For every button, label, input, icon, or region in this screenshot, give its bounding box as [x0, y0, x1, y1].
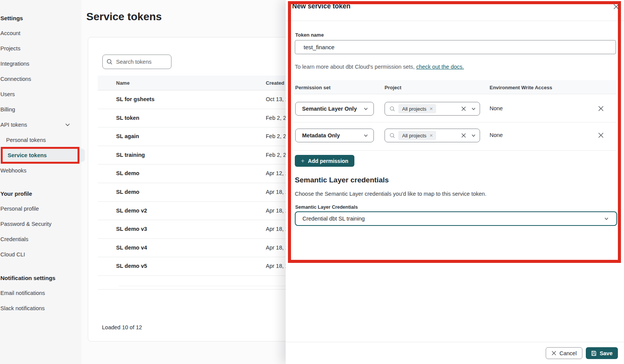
permission-set-select[interactable]: Metadata Only [295, 129, 374, 142]
cancel-button[interactable]: Cancel [546, 347, 582, 359]
environment-write-access-value: None [490, 105, 503, 111]
sidebar-item-users[interactable]: Users [0, 87, 81, 102]
add-permission-button[interactable]: + Add permission [295, 155, 354, 167]
settings-sidebar: Settings Account Projects Integrations C… [0, 0, 81, 364]
chevron-down-icon [65, 122, 70, 127]
column-header-project: Project [385, 85, 401, 90]
column-header-environment-write-access: Environment Write Access [490, 85, 552, 90]
drawer-header: New service token [286, 0, 624, 21]
sidebar-item-billing[interactable]: Billing [0, 102, 81, 117]
sidebar-item-email-notifications[interactable]: Email notifications [0, 285, 81, 301]
sidebar-item-webhooks[interactable]: Webhooks [0, 163, 81, 178]
permission-set-select[interactable]: Semantic Layer Only [295, 102, 374, 116]
sidebar-heading-notification-settings: Notification settings [0, 270, 81, 285]
sidebar-item-projects[interactable]: Projects [0, 41, 81, 56]
column-header-permission-set: Permission set [295, 85, 331, 90]
sidebar-item-cloud-cli[interactable]: Cloud CLI [0, 247, 81, 262]
chip-remove-icon[interactable]: ✕ [430, 133, 433, 138]
credentials-label: Semantic Layer Credentials [295, 205, 358, 210]
search-tokens-box [102, 55, 171, 69]
credentials-heading: Semantic Layer credentials [295, 176, 389, 184]
close-icon [551, 351, 556, 356]
search-input[interactable] [116, 59, 162, 65]
clear-icon[interactable] [461, 133, 466, 138]
clear-icon[interactable] [461, 106, 466, 111]
page-title: Service tokens [86, 11, 162, 23]
project-multiselect[interactable]: All projects✕ [385, 129, 480, 142]
sidebar-item-account[interactable]: Account [0, 26, 81, 41]
sidebar-item-service-tokens[interactable]: Service tokens [0, 148, 81, 163]
save-button[interactable]: Save [586, 347, 618, 359]
sidebar-item-connections[interactable]: Connections [0, 71, 81, 87]
semantic-layer-credentials-select[interactable]: Credential dbt SL training [295, 211, 617, 226]
project-multiselect[interactable]: All projects✕ [385, 102, 480, 116]
sidebar-heading-settings: Settings [0, 10, 81, 26]
sidebar-item-password-security[interactable]: Password & Security [0, 216, 81, 232]
divider [294, 122, 616, 122]
token-name-label: Token name [295, 32, 324, 38]
divider [294, 150, 616, 151]
remove-permission-icon[interactable] [596, 130, 606, 140]
credentials-description: Choose the Semantic Layer credentials yo… [295, 191, 487, 197]
sidebar-item-personal-tokens[interactable]: Personal tokens [0, 132, 81, 148]
search-icon [390, 106, 395, 112]
drawer-title: New service token [292, 2, 351, 10]
sidebar-item-credentials[interactable]: Credentials [0, 232, 81, 247]
chevron-down-icon[interactable] [471, 133, 476, 138]
column-header-name: Name [116, 80, 129, 86]
sidebar-item-api-tokens[interactable]: API tokens [0, 117, 81, 132]
token-name-input[interactable] [295, 40, 616, 54]
chevron-down-icon [364, 106, 368, 111]
chevron-down-icon [364, 133, 368, 138]
save-icon [591, 351, 597, 356]
loaded-count-text: Loaded 10 of 12 [102, 324, 142, 330]
permission-table-header [294, 80, 616, 94]
chip-remove-icon[interactable]: ✕ [430, 106, 433, 111]
project-chip: All projects✕ [398, 131, 436, 140]
column-header-created: Created [266, 80, 284, 86]
search-icon [107, 59, 113, 65]
new-service-token-drawer: New service token Token name To learn mo… [286, 0, 624, 364]
project-chip: All projects✕ [398, 104, 436, 113]
docs-link[interactable]: check out the docs. [416, 64, 464, 70]
close-icon[interactable] [611, 2, 621, 11]
sidebar-item-personal-profile[interactable]: Personal profile [0, 201, 81, 216]
environment-write-access-value: None [490, 132, 503, 138]
chevron-down-icon [604, 216, 609, 221]
chevron-down-icon[interactable] [471, 106, 476, 111]
plus-icon: + [301, 158, 304, 164]
sidebar-heading-your-profile: Your profile [0, 186, 81, 201]
sidebar-item-integrations[interactable]: Integrations [0, 56, 81, 71]
permission-help-text: To learn more about dbt Cloud's permissi… [295, 64, 464, 70]
drawer-footer: Cancel Save [286, 342, 624, 364]
sidebar-item-slack-notifications[interactable]: Slack notifications [0, 301, 81, 316]
search-icon [390, 133, 395, 139]
remove-permission-icon[interactable] [596, 103, 606, 113]
